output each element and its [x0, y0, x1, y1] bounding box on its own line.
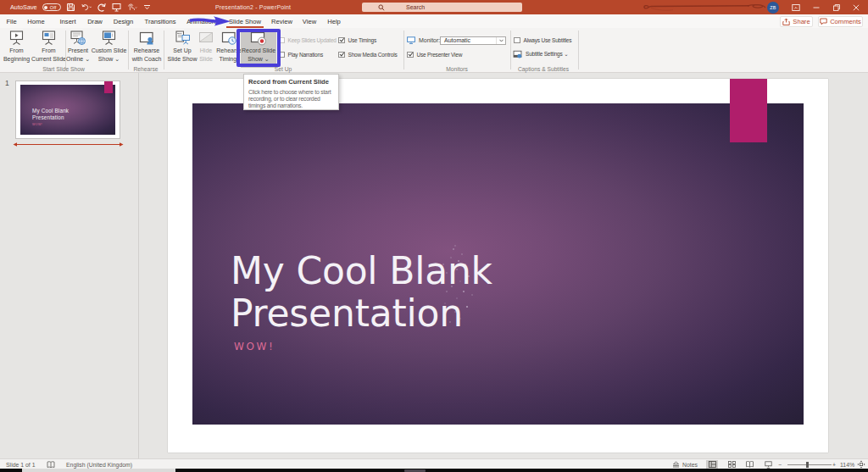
- custom-slide-show-icon: [101, 29, 117, 46]
- checkbox: [514, 37, 520, 44]
- comments-button[interactable]: Comments: [818, 16, 863, 27]
- normal-view-button[interactable]: [706, 460, 718, 469]
- rehearse-with-coach-button[interactable]: Rehearse with Coach: [131, 29, 163, 68]
- keep-slides-updated-checkbox[interactable]: Keep Slides Updated: [278, 37, 337, 44]
- group-label-rehearse: Rehearse: [134, 66, 159, 72]
- rehearse-with-coach-icon: [139, 29, 155, 46]
- group-label-captions-subtitles: Captions & Subtitles: [518, 66, 569, 72]
- checkbox: [338, 37, 345, 44]
- title-bar: AutoSave Off Presenta: [0, 0, 868, 14]
- subtitle-settings-icon: [513, 50, 522, 58]
- from-beginning-icon: [8, 29, 25, 46]
- powerpoint-window: AutoSave Off Presenta: [0, 0, 868, 472]
- always-use-subtitles-checkbox[interactable]: Always Use Subtitles: [514, 37, 571, 44]
- thumbnail-width-arrow-annotation: [0, 73, 144, 158]
- group-label-set-up: Set Up: [275, 66, 292, 72]
- slide-canvas[interactable]: My Cool Blank Presentation WOW!: [168, 79, 828, 453]
- redaction-scribble-annotation: [0, 0, 868, 14]
- present-online-icon: [70, 29, 86, 46]
- slide-background: My Cool Blank Presentation WOW!: [192, 103, 804, 425]
- zoom-slider-track[interactable]: [787, 464, 832, 465]
- from-current-slide-button[interactable]: From Current Slide: [32, 29, 65, 68]
- slide-show-arrow-annotation: [0, 14, 254, 31]
- notes-icon: [672, 461, 680, 468]
- minimize-button[interactable]: [809, 0, 824, 14]
- tab-review[interactable]: Review: [271, 14, 292, 28]
- checkbox: [407, 52, 414, 58]
- chevron-down-icon: ⌄: [85, 56, 90, 62]
- tooltip-title: Record from Current Slide: [248, 78, 335, 86]
- rehearse-timings-icon: [221, 29, 237, 46]
- record-slide-show-highlight-annotation: [236, 29, 281, 68]
- monitor-dropdown[interactable]: Automatic: [440, 36, 506, 45]
- play-narrations-checkbox[interactable]: Play Narrations: [278, 52, 323, 58]
- set-up-slide-show-icon: [175, 29, 191, 46]
- group-label-monitors: Monitors: [446, 66, 468, 72]
- avatar[interactable]: ZB: [767, 2, 779, 14]
- tab-help[interactable]: Help: [327, 14, 341, 28]
- checkbox: [338, 52, 345, 58]
- taskbar-strip: [0, 469, 868, 472]
- slide-subtitle[interactable]: WOW!: [234, 341, 275, 353]
- hide-slide-button[interactable]: Hide Slide: [196, 29, 216, 68]
- reading-view-button[interactable]: [743, 460, 755, 469]
- share-icon: [782, 18, 790, 25]
- monitor-label: Monitor:: [419, 37, 440, 43]
- comments-icon: [820, 18, 827, 25]
- from-beginning-button[interactable]: From Beginning: [1, 29, 32, 68]
- ribbon: From Beginning From Current Slide Presen…: [0, 28, 868, 73]
- chevron-down-icon: [496, 37, 505, 44]
- ribbon-tab-row: File Home Insert Draw Design Transitions…: [0, 14, 868, 28]
- close-button[interactable]: [849, 0, 864, 14]
- from-current-slide-icon: [41, 29, 57, 46]
- ribbon-display-options-icon[interactable]: [788, 0, 804, 14]
- present-online-button[interactable]: Present Online ⌄: [65, 29, 91, 68]
- tooltip: Record from Current Slide Click here to …: [243, 74, 339, 110]
- slide-title[interactable]: My Cool Blank Presentation: [231, 250, 544, 334]
- slide-show-view-button[interactable]: [762, 460, 774, 469]
- hide-slide-icon: [198, 29, 214, 46]
- status-bar: Slide 1 of 1 English (United Kingdom) No…: [0, 458, 868, 469]
- show-media-controls-checkbox[interactable]: Show Media Controls: [338, 52, 397, 58]
- zoom-slider-thumb[interactable]: [806, 462, 809, 469]
- use-presenter-view-checkbox[interactable]: Use Presenter View: [407, 52, 462, 58]
- tooltip-body: Click here to choose where to start reco…: [248, 89, 335, 109]
- chevron-down-icon: ⌄: [114, 56, 120, 62]
- monitor-row: Monitor:: [407, 36, 440, 44]
- set-up-slide-show-button[interactable]: Set Up Slide Show: [166, 29, 198, 68]
- use-timings-checkbox[interactable]: Use Timings: [338, 37, 376, 44]
- tab-view[interactable]: View: [303, 14, 316, 28]
- chevron-down-icon: ⌄: [564, 51, 568, 57]
- custom-slide-show-button[interactable]: Custom Slide Show ⌄: [91, 29, 127, 68]
- subtitle-settings-button[interactable]: Subtitle Settings ⌄: [513, 50, 568, 58]
- share-button[interactable]: Share: [780, 16, 813, 27]
- slide-pink-rectangle: [730, 79, 767, 142]
- restore-button[interactable]: [829, 0, 844, 14]
- work-area: 1 My Cool Blank Presentation WOW! My Coo…: [0, 73, 868, 458]
- monitor-icon: [407, 36, 415, 44]
- slide-sorter-view-button[interactable]: [726, 460, 737, 469]
- taskbar-blob: [404, 469, 426, 472]
- group-label-start-slide-show: Start Slide Show: [42, 66, 84, 72]
- taskbar-light-segment: [22, 469, 175, 472]
